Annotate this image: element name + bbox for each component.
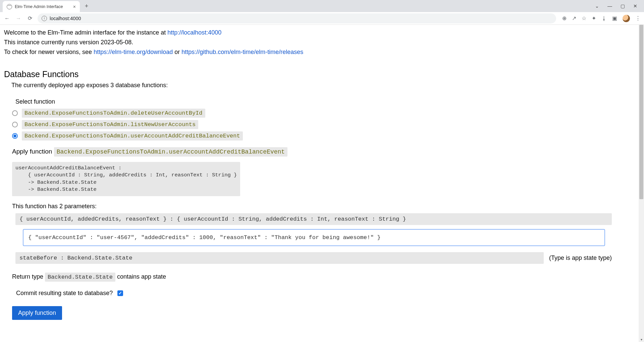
return-type-line: Return type Backend.State.State contains…: [12, 273, 627, 282]
scrollbar-track[interactable]: ▴ ▾: [639, 25, 644, 342]
function-option[interactable]: Backend.ExposeFunctionsToAdmin.userAccou…: [12, 131, 627, 140]
tab-title: Elm-Time Admin Interface: [15, 4, 70, 9]
commit-checkbox[interactable]: [117, 290, 123, 296]
back-icon[interactable]: ←: [3, 15, 11, 21]
or-text: or: [173, 49, 181, 55]
parameter-count-text: This function has 2 parameters:: [12, 203, 627, 210]
toolbar-right: ⊕ ↗ ☆ ✦ ⭳ ▣ ⋮: [560, 15, 641, 22]
reload-icon[interactable]: ⟳: [26, 15, 34, 21]
browser-chrome: Elm-Time Admin Interface × + ⌄ — ▢ ✕ ← →…: [0, 0, 644, 25]
function-name: Backend.ExposeFunctionsToAdmin.deleteUse…: [22, 109, 205, 118]
parameter-2-hint: (Type is app state type): [549, 254, 612, 262]
parameter-2-row: stateBefore : Backend.State.State (Type …: [15, 252, 612, 264]
return-suffix: contains app state: [115, 273, 166, 280]
minimize-icon[interactable]: —: [607, 3, 612, 9]
welcome-prefix: Welcome to the Elm-Time admin interface …: [4, 29, 167, 36]
select-function-label: Select function: [15, 98, 627, 105]
scrollbar-thumb[interactable]: [639, 25, 643, 199]
welcome-line: Welcome to the Elm-Time admin interface …: [4, 28, 627, 37]
url-text: localhost:4000: [50, 16, 81, 21]
scroll-down-icon[interactable]: ▾: [639, 337, 644, 342]
releases-link[interactable]: https://github.com/elm-time/elm-time/rel…: [181, 49, 303, 55]
tab-strip: Elm-Time Admin Interface × + ⌄ — ▢ ✕: [0, 0, 644, 12]
sidepanel-icon[interactable]: ▣: [612, 15, 617, 21]
menu-icon[interactable]: ⋮: [635, 15, 641, 21]
commit-row: Commit resulting state to database?: [16, 290, 627, 297]
browser-toolbar: ← → ⟳ i localhost:4000 ⊕ ↗ ☆ ✦ ⭳ ▣ ⋮: [0, 12, 644, 25]
intro-block: Welcome to the Elm-Time admin interface …: [4, 28, 627, 57]
share-icon[interactable]: ↗: [572, 15, 576, 21]
forward-icon[interactable]: →: [15, 15, 22, 21]
browser-tab[interactable]: Elm-Time Admin Interface ×: [3, 1, 80, 12]
page-viewport: Welcome to the Elm-Time admin interface …: [0, 25, 644, 342]
window-controls: ⌄ — ▢ ✕: [594, 3, 644, 9]
parameter-2-header: stateBefore : Backend.State.State: [15, 252, 544, 264]
download-link[interactable]: https://elm-time.org/download: [94, 49, 173, 55]
extensions-icon[interactable]: ✦: [592, 15, 596, 21]
avatar[interactable]: [623, 15, 630, 22]
selected-function-name: Backend.ExposeFunctionsToAdmin.userAccou…: [54, 147, 288, 157]
zoom-icon[interactable]: ⊕: [562, 15, 567, 21]
tab-search-icon[interactable]: ⌄: [594, 3, 600, 9]
return-type: Backend.State.State: [45, 273, 115, 282]
downloads-icon[interactable]: ⭳: [601, 15, 607, 21]
check-prefix: To check for newer versions, see: [4, 49, 94, 55]
parameter-1-header: { userAccountId, addedCredits, reasonTex…: [15, 213, 612, 225]
return-prefix: Return type: [12, 273, 45, 280]
address-bar[interactable]: i localhost:4000: [38, 13, 556, 23]
function-option[interactable]: Backend.ExposeFunctionsToAdmin.deleteUse…: [12, 109, 627, 118]
apply-function-line: Apply function Backend.ExposeFunctionsTo…: [12, 147, 627, 157]
function-signature: userAccountAddCreditBalanceEvent : { use…: [12, 162, 240, 196]
radio-icon[interactable]: [12, 110, 18, 116]
function-name: Backend.ExposeFunctionsToAdmin.listNewUs…: [22, 120, 198, 129]
db-functions-heading: Database Functions: [4, 69, 627, 79]
close-icon[interactable]: ×: [73, 4, 76, 9]
window-close-icon[interactable]: ✕: [633, 3, 638, 9]
function-name: Backend.ExposeFunctionsToAdmin.userAccou…: [22, 131, 243, 140]
page-content: Welcome to the Elm-Time admin interface …: [0, 25, 631, 333]
function-radio-list: Backend.ExposeFunctionsToAdmin.deleteUse…: [12, 109, 627, 140]
version-line: This instance currently runs version 202…: [4, 38, 627, 47]
radio-icon[interactable]: [12, 122, 18, 127]
apply-prefix: Apply function: [12, 148, 54, 155]
radio-icon[interactable]: [12, 133, 18, 139]
bookmark-icon[interactable]: ☆: [582, 15, 586, 21]
info-icon[interactable]: i: [42, 16, 47, 21]
exposes-text: The currently deployed app exposes 3 dat…: [11, 82, 627, 89]
apply-function-button[interactable]: Apply function: [12, 306, 62, 320]
function-option[interactable]: Backend.ExposeFunctionsToAdmin.listNewUs…: [12, 120, 627, 129]
check-versions-line: To check for newer versions, see https:/…: [4, 48, 627, 57]
maximize-icon[interactable]: ▢: [620, 3, 625, 9]
commit-label: Commit resulting state to database?: [16, 290, 113, 297]
instance-url-link[interactable]: http://localhost:4000: [167, 29, 221, 36]
globe-icon: [7, 4, 12, 9]
argument-input[interactable]: [23, 229, 605, 246]
new-tab-button[interactable]: +: [82, 1, 91, 11]
